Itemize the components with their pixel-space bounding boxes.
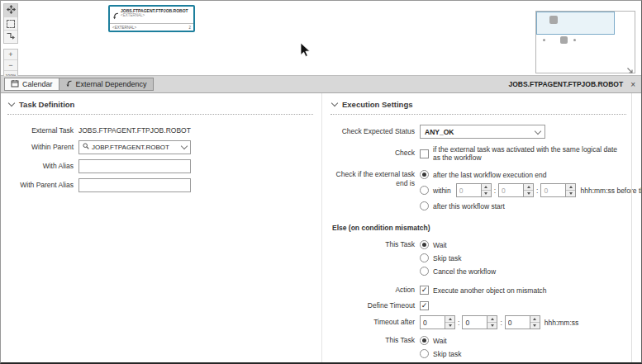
tab-calendar[interactable]: Calendar	[4, 78, 59, 91]
external-task-value: JOBS.FTPAGENT.FTPJOB.ROBOT	[78, 126, 191, 135]
check-expected-status-dropdown[interactable]: ANY_OK	[420, 125, 545, 139]
radio-icon[interactable]	[420, 267, 429, 276]
stepper-up-icon[interactable]	[487, 316, 497, 323]
minimap-resize-handle[interactable]	[626, 64, 635, 72]
zoom-in-button[interactable]: +	[4, 50, 17, 60]
end-check-option-within[interactable]: within : :	[420, 183, 641, 197]
this-task-timeout-option-wait[interactable]: Wait	[420, 336, 496, 345]
stepper-up-icon[interactable]	[482, 184, 491, 191]
workflow-canvas[interactable]: + − 100% JOBS.FTPAGENT.FTPJOB.ROBOT <EXT…	[1, 1, 641, 76]
stepper-buttons	[565, 184, 575, 196]
this-task-row: This Task Wait Skip task Cancel the work…	[331, 240, 626, 276]
move-icon	[7, 5, 16, 16]
within-seconds-stepper[interactable]	[540, 183, 576, 197]
close-icon[interactable]: ×	[630, 80, 635, 89]
end-check-label: Check if the external task end is	[331, 170, 415, 188]
radio-icon[interactable]	[420, 253, 429, 262]
stepper-down-icon[interactable]	[530, 323, 540, 329]
radio-icon[interactable]	[420, 186, 429, 195]
radio-icon[interactable]	[420, 240, 429, 249]
detail-panel: Task Definition External Task JOBS.FTPAG…	[1, 93, 641, 362]
radio-icon[interactable]	[420, 170, 429, 179]
timeout-seconds-stepper[interactable]	[505, 315, 540, 329]
stepper-down-icon[interactable]	[487, 323, 497, 329]
stepper-down-icon[interactable]	[482, 191, 491, 196]
connector-tool-button[interactable]	[4, 31, 17, 43]
within-hours-stepper[interactable]	[456, 183, 492, 197]
within-minutes-stepper[interactable]	[498, 183, 534, 197]
mouse-cursor	[300, 42, 311, 59]
end-check-label-line1: Check if the external task	[331, 170, 415, 179]
end-check-option-label: after the last workflow execution end	[433, 171, 547, 179]
bottom-tab-strip: Calendar External Dependency JOBS.FTPAGE…	[1, 76, 641, 93]
within-seconds-input[interactable]	[541, 184, 565, 196]
with-alias-input[interactable]	[78, 159, 191, 173]
define-timeout-checkbox[interactable]	[420, 301, 429, 310]
end-check-option-after-last-execution[interactable]: after the last workflow execution end	[420, 170, 641, 179]
section-divider	[331, 114, 626, 115]
radio-icon[interactable]	[420, 336, 429, 345]
within-minutes-input[interactable]	[499, 184, 523, 196]
this-task-timeout-label: This Task	[331, 336, 415, 345]
check-row: Check if the external task was activated…	[331, 145, 626, 162]
radio-icon[interactable]	[420, 201, 429, 210]
stepper-up-icon[interactable]	[530, 316, 540, 323]
stepper-up-icon[interactable]	[566, 184, 575, 191]
time-separator: :	[494, 187, 496, 195]
with-parent-alias-input[interactable]	[78, 178, 191, 192]
check-expected-status-row: Check Expected Status ANY_OK	[331, 125, 626, 139]
check-logical-date-checkbox[interactable]	[420, 149, 429, 158]
stepper-buttons	[523, 184, 533, 196]
marquee-select-icon	[7, 20, 15, 28]
this-task-option-skip[interactable]: Skip task	[420, 253, 496, 262]
stepper-up-icon[interactable]	[445, 316, 454, 323]
this-task-option-wait[interactable]: Wait	[420, 240, 496, 249]
within-parent-row: Within Parent JOBP.FTPAGENT.ROBOT	[7, 140, 313, 154]
end-check-label-line2: end is	[331, 179, 415, 188]
workflow-node-external-task[interactable]: JOBS.FTPAGENT.FTPJOB.ROBOT <EXTERNAL> <E…	[108, 5, 195, 32]
workflow-node-texts: JOBS.FTPAGENT.FTPJOB.ROBOT <EXTERNAL>	[121, 8, 188, 23]
zoom-out-button[interactable]: −	[4, 60, 17, 71]
radio-icon[interactable]	[420, 349, 429, 358]
task-definition-header[interactable]: Task Definition	[7, 100, 313, 109]
else-section-header: Else (on condition mismatch)	[332, 224, 626, 232]
chevron-down-icon	[181, 143, 188, 149]
stepper-up-icon[interactable]	[524, 184, 533, 191]
this-task-timeout-option-skip[interactable]: Skip task	[420, 349, 496, 358]
zoom-in-label: +	[8, 50, 12, 59]
within-hours-input[interactable]	[457, 184, 481, 196]
tab-external-dependency[interactable]: External Dependency	[59, 78, 154, 91]
minimap[interactable]	[535, 11, 635, 73]
end-check-option-after-workflow-start[interactable]: after this workflow start	[420, 201, 641, 210]
tab-external-dependency-label: External Dependency	[76, 80, 147, 88]
stepper-down-icon[interactable]	[524, 191, 533, 196]
execution-settings-header[interactable]: Execution Settings	[331, 100, 626, 109]
timeout-minutes-input[interactable]	[463, 316, 487, 329]
stepper-down-icon[interactable]	[566, 191, 575, 196]
timeout-minutes-stepper[interactable]	[462, 315, 497, 329]
with-alias-label: With Alias	[7, 162, 74, 171]
minimap-viewport[interactable]	[536, 12, 615, 35]
this-task-option-cancel[interactable]: Cancel the workflow	[420, 267, 496, 276]
search-icon	[83, 143, 89, 151]
timeout-hours-stepper[interactable]	[420, 315, 455, 329]
check-text: if the external task was activated with …	[433, 145, 626, 162]
timeout-seconds-input[interactable]	[506, 316, 530, 329]
within-parent-combobox[interactable]: JOBP.FTPAGENT.ROBOT	[78, 140, 191, 154]
time-separator: :	[500, 319, 502, 327]
action-mismatch-checkbox[interactable]	[420, 286, 429, 295]
task-definition-title: Task Definition	[19, 100, 74, 109]
time-separator: :	[536, 187, 538, 195]
connector-icon	[6, 31, 16, 42]
this-task-option-label: Wait	[433, 241, 447, 249]
timeout-after-label: Timeout after	[331, 318, 415, 327]
timeout-hours-input[interactable]	[421, 316, 445, 329]
workflow-node-footer-type: <EXTERNAL>	[112, 26, 136, 30]
marquee-select-button[interactable]	[4, 17, 17, 31]
stepper-down-icon[interactable]	[445, 323, 454, 329]
pan-tool-button[interactable]	[4, 4, 17, 17]
external-dependency-icon	[65, 80, 73, 89]
section-divider	[7, 114, 313, 115]
define-timeout-label: Define Timeout	[331, 301, 415, 310]
check-expected-status-label: Check Expected Status	[331, 127, 415, 136]
